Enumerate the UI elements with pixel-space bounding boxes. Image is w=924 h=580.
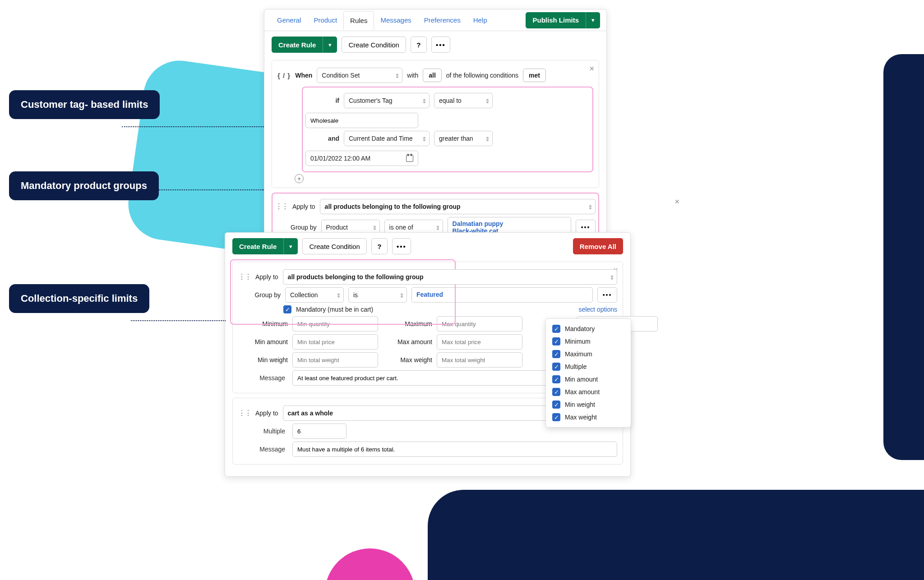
close-when-block[interactable]: ×	[589, 64, 594, 74]
min-amount-label: Min amount	[238, 338, 288, 345]
create-rule-button[interactable]: Create Rule ▾	[272, 37, 337, 53]
opt-label: Min amount	[565, 376, 598, 383]
condition-rows-highlight: if Customer's Tag equal to and Current D…	[302, 87, 593, 172]
close-icon: ×	[675, 197, 679, 206]
met-chip[interactable]: met	[523, 69, 546, 82]
opt-check-multiple[interactable]	[552, 363, 560, 371]
maximum-label: Maximum	[383, 320, 432, 327]
decor-pink-blob	[325, 548, 415, 580]
cart-multiple-input[interactable]	[292, 423, 346, 439]
create-condition-button-2[interactable]: Create Condition	[302, 238, 367, 254]
create-rule-main-2[interactable]: Create Rule	[232, 238, 283, 254]
drag-handle-icon[interactable]	[238, 275, 251, 279]
cart-message-input[interactable]	[292, 442, 617, 457]
opt-label: Max amount	[565, 388, 600, 396]
action-bar-top: Create Rule ▾ Create Condition ? •••	[264, 31, 606, 58]
tab-messages[interactable]: Messages	[374, 11, 417, 29]
remove-all-button[interactable]: Remove All	[573, 238, 623, 254]
when-label: When	[295, 72, 312, 79]
opt-check-mandatory[interactable]	[552, 325, 560, 333]
max-amount-input[interactable]	[437, 334, 522, 350]
caret-down-icon: ▾	[289, 243, 292, 250]
min-qty-input[interactable]	[292, 316, 378, 331]
opt-check-minimum[interactable]	[552, 337, 560, 345]
panel-rules-top: General Product Rules Messages Preferenc…	[264, 9, 607, 267]
and-operator-select[interactable]: greater than	[434, 131, 493, 146]
create-rule-main[interactable]: Create Rule	[272, 37, 323, 53]
and-label: and	[305, 135, 339, 142]
mandatory-checkbox-2[interactable]	[283, 305, 291, 313]
decor-navy-side	[883, 54, 924, 460]
publish-limits-dropdown[interactable]: ▾	[586, 12, 600, 28]
product-link-1[interactable]: Dalmatian puppy	[453, 220, 566, 227]
ellipsis-icon: •••	[397, 243, 407, 250]
all-chip[interactable]: all	[423, 69, 442, 82]
opt-check-max-amount[interactable]	[552, 388, 560, 396]
publish-limits-main[interactable]: Publish Limits	[526, 12, 586, 28]
min-weight-input[interactable]	[292, 352, 378, 368]
if-field-select[interactable]: Customer's Tag	[344, 93, 430, 108]
drag-handle-icon[interactable]	[275, 205, 288, 208]
apply-scope-select-2[interactable]: all products belonging to the following …	[283, 269, 617, 285]
help-button-2[interactable]: ?	[371, 238, 388, 254]
mandatory-label-2: Mandatory (must be in cart)	[296, 306, 373, 313]
caret-down-icon: ▾	[591, 17, 595, 23]
create-condition-button[interactable]: Create Condition	[342, 37, 406, 53]
action-bar-bottom: Create Rule ▾ Create Condition ? ••• Rem…	[225, 233, 630, 260]
publish-limits-button[interactable]: Publish Limits ▾	[526, 12, 600, 28]
opt-check-maximum[interactable]	[552, 350, 560, 358]
if-operator-select[interactable]: equal to	[434, 93, 493, 108]
tab-help[interactable]: Help	[467, 11, 494, 29]
create-rule-button-2[interactable]: Create Rule ▾	[232, 238, 298, 254]
opt-check-min-weight[interactable]	[552, 400, 560, 409]
caret-down-icon: ▾	[328, 41, 332, 48]
callout-collection-limits: Collection-specific limits	[9, 284, 149, 313]
apply-to-label-2: Apply to	[255, 273, 278, 281]
close-apply-block[interactable]: ×	[675, 197, 679, 207]
more-button[interactable]: •••	[431, 37, 450, 53]
tab-preferences[interactable]: Preferences	[418, 11, 467, 29]
opt-check-min-amount[interactable]	[552, 375, 560, 383]
opt-label: Max weight	[565, 414, 597, 421]
message-label: Message	[238, 374, 288, 382]
select-options-link-2[interactable]: select options	[578, 306, 617, 313]
cart-multiple-label: Multiple	[238, 428, 288, 435]
opt-label: Multiple	[565, 363, 587, 370]
group-value-input-2[interactable]: Featured	[411, 287, 593, 303]
apply-to-label-3: Apply to	[255, 410, 278, 417]
tab-product[interactable]: Product	[307, 11, 343, 29]
max-weight-label: Max weight	[383, 356, 432, 364]
panel-rules-bottom: Create Rule ▾ Create Condition ? ••• Rem…	[225, 232, 631, 477]
group-op-select-2[interactable]: is	[348, 287, 407, 303]
of-following-label: of the following conditions	[446, 72, 518, 79]
condition-set-select[interactable]: Condition Set	[317, 68, 402, 83]
more-button-2[interactable]: •••	[392, 238, 411, 254]
create-rule-dropdown[interactable]: ▾	[323, 37, 337, 53]
callout-customer-tag: Customer tag- based limits	[9, 90, 160, 119]
decor-navy-bottom	[428, 490, 924, 580]
if-value-input[interactable]	[305, 113, 418, 128]
group-field-select-2[interactable]: Collection	[285, 287, 344, 303]
opt-check-max-weight[interactable]	[552, 413, 560, 421]
max-qty-input[interactable]	[437, 316, 522, 331]
min-amount-input[interactable]	[292, 334, 378, 350]
drag-handle-icon[interactable]	[238, 411, 251, 415]
and-field-select[interactable]: Current Date and Time	[344, 131, 430, 146]
collection-picker-button[interactable]: •••	[597, 287, 617, 303]
tab-rules[interactable]: Rules	[343, 11, 374, 30]
if-label: if	[305, 97, 339, 104]
help-button[interactable]: ?	[411, 37, 427, 53]
ellipsis-icon: •••	[603, 291, 612, 299]
max-weight-input[interactable]	[437, 352, 522, 368]
ellipsis-icon: •••	[436, 41, 446, 49]
question-icon: ?	[416, 41, 420, 49]
question-icon: ?	[377, 243, 381, 250]
callout-mandatory-groups: Mandatory product groups	[9, 171, 159, 200]
opt-label: Minimum	[565, 338, 591, 345]
and-date-input[interactable]: 01/01/2022 12:00 AM	[305, 151, 418, 166]
apply-scope-select[interactable]: all products belonging to the following …	[320, 199, 596, 214]
tab-general[interactable]: General	[271, 11, 307, 29]
add-condition-button[interactable]: +	[295, 174, 304, 183]
create-rule-dropdown-2[interactable]: ▾	[283, 238, 298, 254]
close-icon: ×	[589, 64, 594, 73]
